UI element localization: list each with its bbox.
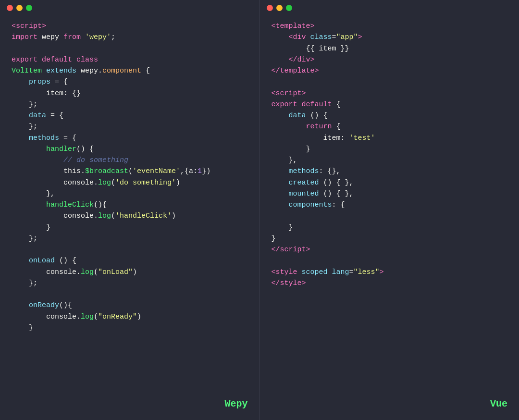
code-line [12, 289, 248, 300]
vue-panel: <template> <div class="app"> {{ item }} … [260, 0, 519, 420]
minimize-button[interactable] [276, 5, 283, 11]
code-line: </div> [272, 54, 508, 65]
wepy-panel: <script> import wepy from 'wepy'; export… [0, 0, 260, 420]
close-button[interactable] [267, 5, 273, 11]
code-line: VolItem extends wepy.component { [12, 65, 248, 76]
minimize-button[interactable] [16, 5, 23, 11]
code-line: }, [12, 188, 248, 199]
code-line: <script> [272, 88, 508, 99]
code-line: export default { [272, 99, 508, 110]
code-line [272, 76, 508, 87]
code-line: // do something [12, 155, 248, 166]
code-line: </style> [272, 278, 508, 289]
code-line: <div class="app"> [272, 32, 508, 43]
code-line: import wepy from 'wepy'; [12, 32, 248, 43]
code-line: onReady(){ [12, 300, 248, 311]
code-line: item: 'test' [272, 133, 508, 144]
code-line: handler() { [12, 144, 248, 155]
code-line: onLoad () { [12, 255, 248, 266]
vue-code: <template> <div class="app"> {{ item }} … [260, 16, 519, 420]
code-line: </script> [272, 244, 508, 255]
maximize-button[interactable] [286, 5, 292, 11]
code-line: <script> [12, 21, 248, 32]
code-line: console.log("onLoad") [12, 267, 248, 278]
code-line: }; [12, 99, 248, 110]
code-line: </template> [272, 65, 508, 76]
code-line: <style scoped lang="less"> [272, 267, 508, 278]
code-line: console.log('handleClick') [12, 210, 248, 222]
code-line: } [12, 222, 248, 233]
code-line: mounted () { }, [272, 188, 508, 199]
code-line [272, 210, 508, 222]
code-line: {{ item }} [272, 43, 508, 54]
code-line [12, 43, 248, 54]
code-line: methods = { [12, 133, 248, 144]
close-button[interactable] [7, 5, 13, 11]
wepy-label: Wepy [224, 396, 247, 411]
code-line: export default class [12, 54, 248, 65]
code-line: components: { [272, 199, 508, 210]
wepy-code: <script> import wepy from 'wepy'; export… [0, 16, 260, 420]
code-line: created () { }, [272, 177, 508, 188]
vue-titlebar [260, 0, 519, 16]
code-line: } [272, 233, 508, 244]
code-line: } [272, 144, 508, 155]
code-line: <template> [272, 21, 508, 32]
code-line: } [272, 222, 508, 233]
code-line: }, [272, 155, 508, 166]
code-line: data = { [12, 110, 248, 121]
code-line: methods: {}, [272, 166, 508, 177]
code-line: data () { [272, 110, 508, 121]
code-line: props = { [12, 76, 248, 87]
code-line [12, 244, 248, 255]
code-line: this.$broadcast('eventName',{a:1}) [12, 166, 248, 177]
code-line: item: {} [12, 88, 248, 99]
code-line: }; [12, 233, 248, 244]
vue-label: Vue [490, 396, 507, 411]
code-line: handleClick(){ [12, 199, 248, 210]
code-line: }; [12, 278, 248, 289]
code-line: console.log('do something') [12, 177, 248, 188]
code-line: } [12, 322, 248, 334]
maximize-button[interactable] [26, 5, 32, 11]
code-line: console.log("onReady") [12, 311, 248, 322]
code-line [272, 255, 508, 266]
code-line: return { [272, 121, 508, 132]
code-line: }; [12, 121, 248, 132]
wepy-titlebar [0, 0, 260, 16]
